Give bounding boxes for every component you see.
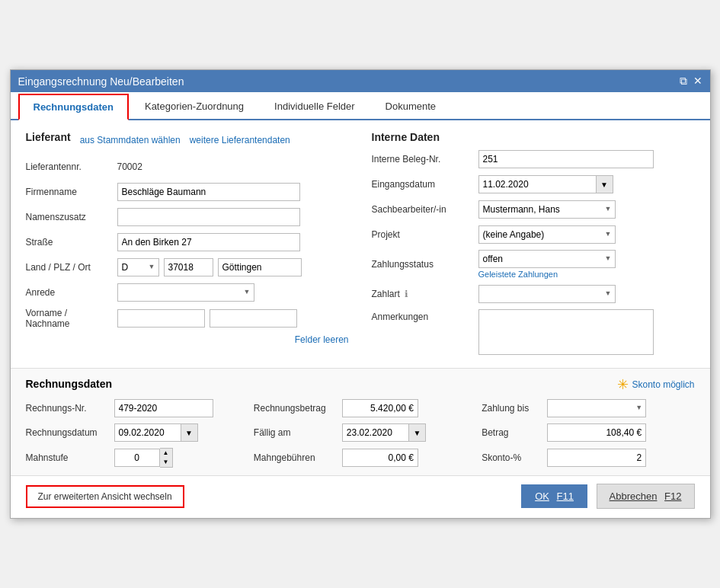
ok-key: F11	[557, 491, 574, 502]
rechnungs-nr-input[interactable]	[114, 399, 213, 417]
felder-leeren-link[interactable]: Felder leeren	[26, 334, 349, 345]
close-icon[interactable]: ✕	[693, 75, 702, 88]
zahlart-wrap	[478, 285, 616, 303]
tab-dokumente[interactable]: Dokumente	[371, 94, 450, 120]
title-bar: Eingangsrechnung Neu/Bearbeiten ⧉ ✕	[11, 70, 710, 92]
sachbearbeiter-select[interactable]: Mustermann, Hans	[478, 200, 616, 219]
nachname-label: Nachname	[26, 318, 117, 329]
beleg-input[interactable]	[478, 150, 654, 168]
mahnstufe-stepper-btns: ▲ ▼	[160, 448, 173, 468]
maximize-icon[interactable]: ⧉	[680, 75, 687, 88]
lieferantennr-row: Lieferantennr. 70002	[26, 157, 349, 177]
rechnungsdatum-cell: Rechnungsdatum ▼	[26, 423, 238, 442]
sachbearbeiter-wrap: Mustermann, Hans	[478, 200, 616, 219]
link-weitere[interactable]: weitere Lieferantendaten	[190, 135, 290, 145]
rechnungsdatum-dropdown-btn[interactable]: ▼	[181, 423, 198, 442]
zahlungsstatus-row: Zahlungsstatus offen Geleistete Zahlunge…	[372, 250, 695, 279]
anrede-row: Anrede	[26, 283, 349, 302]
faellig-wrap: ▼	[342, 423, 426, 442]
cancel-button[interactable]: Abbrechen F12	[597, 484, 695, 509]
land-select[interactable]: D	[117, 258, 159, 276]
firmenname-input[interactable]	[117, 183, 300, 201]
land-inputs: D	[117, 258, 302, 276]
skonto-icon: ✳	[617, 376, 629, 393]
beleg-label: Interne Beleg-Nr.	[372, 154, 478, 165]
zahlungsstatus-wrap: offen	[478, 250, 616, 268]
lieferantennr-value: 70002	[117, 161, 142, 172]
zahlung-bis-cell: Zahlung bis	[482, 399, 694, 417]
zahlart-label: Zahlart ℹ	[372, 289, 478, 299]
land-row: Land / PLZ / Ort D	[26, 257, 349, 277]
strasse-input[interactable]	[117, 233, 300, 251]
zahlungsstatus-select[interactable]: offen	[478, 250, 616, 268]
namenszusatz-label: Namenszusatz	[26, 212, 117, 222]
projekt-label: Projekt	[372, 229, 478, 240]
projekt-wrap: (keine Angabe)	[478, 225, 616, 244]
eingangsdatum-wrap: ▼	[478, 175, 613, 193]
rechnungsdatum-input[interactable]	[114, 423, 181, 442]
land-select-wrap: D	[117, 258, 159, 276]
mahnstufe-label: Mahnstufe	[26, 452, 110, 463]
tab-individuelle[interactable]: Individuelle Felder	[260, 94, 370, 120]
strasse-row: Straße	[26, 232, 349, 252]
skonto-label[interactable]: Skonto möglich	[632, 379, 694, 390]
projekt-select[interactable]: (keine Angabe)	[478, 225, 616, 244]
nachname-input[interactable]	[210, 309, 297, 328]
mahnstufe-stepper: ▲ ▼	[114, 448, 173, 468]
geleistete-link[interactable]: Geleistete Zahlungen	[478, 270, 616, 279]
skonto-percent-cell: Skonto-%	[482, 448, 694, 468]
mahnstufe-input[interactable]	[114, 449, 160, 467]
anrede-select[interactable]	[117, 283, 254, 302]
eingangsdatum-dropdown-btn[interactable]: ▼	[597, 175, 613, 193]
mahngebuehren-input[interactable]	[342, 449, 418, 467]
sachbearbeiter-label: Sachbearbeiter/-in	[372, 204, 478, 215]
zahlart-select[interactable]	[478, 285, 616, 303]
tab-kategorien[interactable]: Kategorien-Zuordnung	[130, 94, 258, 120]
eingangsdatum-input[interactable]	[478, 175, 597, 193]
interne-daten-section: Interne Daten Interne Beleg-Nr. Eingangs…	[372, 131, 695, 360]
namenszusatz-row: Namenszusatz	[26, 207, 349, 227]
mahnstufe-up-btn[interactable]: ▲	[160, 449, 172, 458]
ok-button[interactable]: OK F11	[521, 484, 587, 508]
anrede-label: Anrede	[26, 287, 117, 298]
zahlung-bis-select[interactable]	[547, 399, 646, 417]
section-row: Lieferant aus Stammdaten wählen weitere …	[26, 131, 695, 360]
rechnungsdatum-label: Rechnungsdatum	[26, 427, 110, 438]
betrag-cell: Betrag	[482, 423, 694, 442]
skonto-percent-input[interactable]	[547, 449, 646, 467]
zahlungsstatus-label: Zahlungsstatus	[372, 259, 478, 270]
lieferantennr-label: Lieferantennr.	[26, 161, 117, 172]
vorname-inputs	[117, 309, 297, 328]
switch-view-button[interactable]: Zur erweiterten Ansicht wechseln	[26, 485, 184, 508]
vorname-label-group: Vorname / Nachname	[26, 308, 117, 329]
beleg-row: Interne Beleg-Nr.	[372, 149, 695, 169]
plz-input[interactable]	[164, 258, 213, 276]
rechnungsdatum-wrap: ▼	[114, 423, 198, 442]
main-content: Lieferant aus Stammdaten wählen weitere …	[11, 120, 710, 368]
betrag-label: Betrag	[482, 427, 542, 438]
namenszusatz-input[interactable]	[117, 208, 300, 226]
skonto-percent-label: Skonto-%	[482, 452, 542, 463]
faellig-input[interactable]	[342, 423, 409, 442]
link-stammdaten[interactable]: aus Stammdaten wählen	[80, 135, 181, 145]
zahlungsstatus-group: offen Geleistete Zahlungen	[478, 250, 616, 279]
faellig-cell: Fällig am ▼	[254, 423, 466, 442]
tabs: Rechnungsdaten Kategorien-Zuordnung Indi…	[11, 92, 710, 120]
anmerkungen-input[interactable]	[478, 309, 654, 355]
zahlart-row: Zahlart ℹ	[372, 284, 695, 304]
betrag-input[interactable]	[547, 423, 646, 442]
tab-rechnungsdaten[interactable]: Rechnungsdaten	[18, 94, 129, 120]
faellig-dropdown-btn[interactable]: ▼	[409, 423, 426, 442]
dialog: Eingangsrechnung Neu/Bearbeiten ⧉ ✕ Rech…	[10, 69, 711, 519]
rechnungsdaten-section: Rechnungsdaten ✳ Skonto möglich Rechnung…	[11, 368, 710, 475]
skonto-row: ✳ Skonto möglich	[617, 376, 694, 393]
vorname-input[interactable]	[117, 309, 205, 328]
rechnungsdaten-top: Rechnungsdaten ✳ Skonto möglich	[26, 376, 695, 399]
lieferant-header-row: Lieferant aus Stammdaten wählen weitere …	[26, 131, 349, 149]
mahnstufe-down-btn[interactable]: ▼	[160, 458, 172, 467]
firmenname-label: Firmenname	[26, 187, 117, 197]
ort-input[interactable]	[218, 258, 302, 276]
sachbearbeiter-row: Sachbearbeiter/-in Mustermann, Hans	[372, 200, 695, 219]
rechnungsbetrag-input[interactable]	[342, 399, 418, 417]
footer: Zur erweiterten Ansicht wechseln OK F11 …	[11, 475, 710, 518]
